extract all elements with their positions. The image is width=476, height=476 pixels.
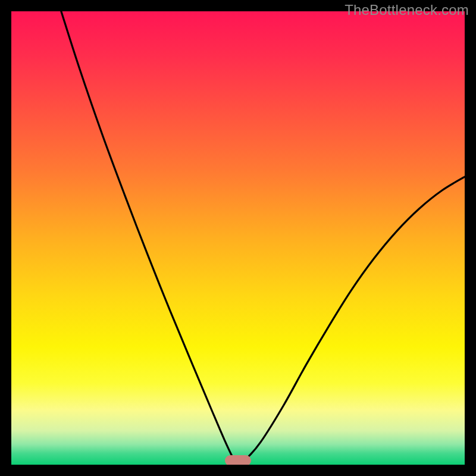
chart-frame: TheBottleneck.com [0,0,476,476]
gradient-background [11,11,465,465]
plot-area [11,11,465,465]
chart-svg [11,11,465,465]
watermark-text: TheBottleneck.com [345,2,469,18]
minimum-marker [225,455,251,465]
